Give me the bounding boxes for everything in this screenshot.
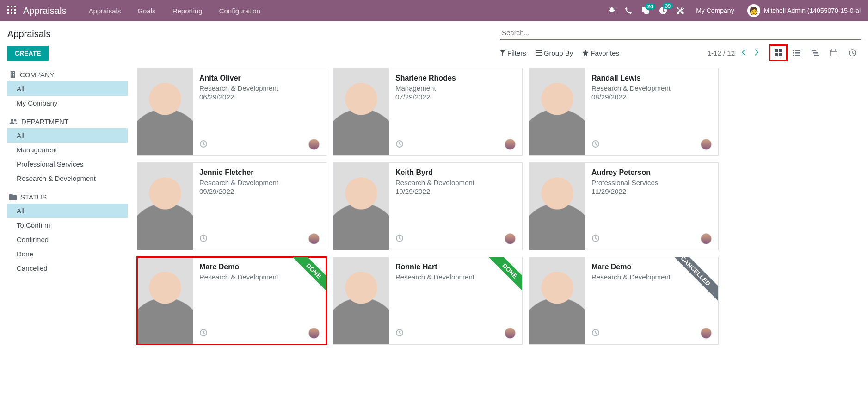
company-selector[interactable]: My Company [696, 7, 734, 14]
appraisal-date: 06/29/2022 [199, 93, 320, 101]
activities-icon[interactable]: 39 [659, 6, 667, 15]
activity-clock-icon[interactable] [395, 234, 404, 244]
appraisal-card[interactable]: Randall LewisResearch & Development08/29… [529, 68, 719, 156]
activity-clock-icon[interactable] [199, 234, 208, 244]
appraisal-card[interactable]: Audrey PetersonProfessional Services11/2… [529, 162, 719, 250]
svg-rect-10 [536, 52, 542, 53]
messages-icon[interactable]: 24 [641, 7, 650, 14]
department-label: Research & Development [395, 273, 516, 281]
svg-rect-18 [793, 52, 794, 54]
kanban-grid: Anita OliverResearch & Development06/29/… [128, 68, 868, 345]
activity-clock-icon[interactable] [591, 329, 600, 338]
activities-badge: 39 [663, 3, 673, 9]
assignee-avatar[interactable] [308, 139, 320, 150]
favorites-button[interactable]: Favorites [582, 49, 619, 57]
appraisal-card[interactable]: Keith ByrdResearch & Development10/29/20… [333, 162, 523, 250]
employee-name: Keith Byrd [395, 168, 516, 177]
sidebar-item-to-confirm[interactable]: To Confirm [7, 218, 128, 232]
svg-rect-19 [795, 52, 800, 54]
employee-photo [333, 68, 389, 155]
menu-configuration[interactable]: Configuration [211, 7, 269, 15]
assignee-avatar[interactable] [308, 328, 320, 339]
appraisal-card[interactable]: DONERonnie HartResearch & Development [333, 257, 523, 345]
appraisal-date: 09/29/2022 [199, 187, 320, 195]
svg-rect-13 [779, 49, 782, 52]
assignee-avatar[interactable] [505, 328, 516, 339]
sidebar-item-my-company[interactable]: My Company [7, 96, 128, 110]
sidebar-item-done[interactable]: Done [7, 247, 128, 261]
activity-clock-icon[interactable] [591, 234, 600, 244]
employee-photo [333, 163, 389, 250]
appraisal-card[interactable]: Sharlene RhodesManagement07/29/2022 [333, 68, 523, 156]
appraisal-card[interactable]: Anita OliverResearch & Development06/29/… [137, 68, 326, 156]
create-button[interactable]: CREATE [7, 46, 49, 61]
svg-rect-4 [11, 9, 12, 11]
tools-icon[interactable] [677, 7, 684, 14]
pager: 1-12 / 12 [708, 47, 761, 59]
control-panel: Appraisals CREATE Filters Group By Favor… [0, 21, 868, 61]
view-gantt-icon[interactable] [807, 45, 824, 60]
user-avatar-icon: 🧑 [747, 4, 760, 17]
svg-rect-20 [793, 55, 794, 56]
activity-clock-icon[interactable] [395, 329, 404, 338]
activity-clock-icon[interactable] [591, 140, 600, 149]
phone-icon[interactable] [625, 7, 632, 14]
breadcrumb-title: Appraisals [7, 29, 434, 39]
svg-rect-25 [830, 50, 837, 56]
assignee-avatar[interactable] [505, 233, 516, 244]
activity-clock-icon[interactable] [199, 329, 208, 338]
svg-rect-17 [795, 50, 800, 51]
search-input[interactable] [500, 26, 861, 40]
view-kanban-icon[interactable] [770, 45, 787, 60]
department-label: Research & Development [199, 273, 320, 281]
appraisal-card[interactable]: CANCELLEDMarc DemoResearch & Development [529, 257, 719, 345]
svg-rect-23 [813, 52, 818, 54]
menu-appraisals[interactable]: Appraisals [80, 7, 129, 15]
appraisal-card[interactable]: DONEMarc DemoResearch & Development [137, 257, 326, 345]
pager-text[interactable]: 1-12 / 12 [708, 49, 735, 57]
pager-next-icon[interactable] [752, 47, 761, 59]
svg-rect-6 [7, 12, 9, 14]
appraisal-date: 10/29/2022 [395, 187, 516, 195]
activity-clock-icon[interactable] [199, 140, 208, 149]
employee-photo [137, 163, 193, 250]
sidebar-item-confirmed[interactable]: Confirmed [7, 232, 128, 247]
assignee-avatar[interactable] [505, 139, 516, 150]
pager-prev-icon[interactable] [739, 47, 748, 59]
employee-photo [137, 257, 193, 344]
svg-rect-5 [14, 9, 16, 11]
sidebar-item-all[interactable]: All [7, 204, 128, 218]
view-activity-icon[interactable] [844, 45, 861, 60]
appraisal-card[interactable]: Jennie FletcherResearch & Development09/… [137, 162, 326, 250]
sidebar-item-all[interactable]: All [7, 81, 128, 96]
activity-clock-icon[interactable] [395, 140, 404, 149]
assignee-avatar[interactable] [701, 328, 712, 339]
sidebar-item-professional-services[interactable]: Professional Services [7, 157, 128, 171]
employee-name: Audrey Peterson [591, 168, 712, 177]
bug-icon[interactable] [608, 7, 616, 14]
apps-icon[interactable] [7, 6, 16, 16]
assignee-avatar[interactable] [701, 139, 712, 150]
filter-sidebar: COMPANYAllMy CompanyDEPARTMENTAllManagem… [7, 68, 128, 345]
department-label: Research & Development [591, 84, 712, 92]
sidebar-item-management[interactable]: Management [7, 143, 128, 157]
view-list-icon[interactable] [788, 45, 805, 60]
svg-rect-15 [779, 53, 782, 56]
menu-goals[interactable]: Goals [129, 7, 164, 15]
assignee-avatar[interactable] [308, 233, 320, 244]
department-label: Professional Services [591, 179, 712, 186]
assignee-avatar[interactable] [701, 233, 712, 244]
department-label: Research & Development [395, 179, 516, 186]
sidebar-item-research-&-development[interactable]: Research & Development [7, 171, 128, 186]
sidebar-item-all[interactable]: All [7, 128, 128, 143]
view-calendar-icon[interactable] [825, 45, 842, 60]
user-menu[interactable]: 🧑 Mitchell Admin (14055070-15-0-al [747, 4, 861, 17]
menu-reporting[interactable]: Reporting [164, 7, 211, 15]
groupby-button[interactable]: Group By [536, 49, 573, 57]
svg-rect-24 [814, 55, 819, 56]
sidebar-item-cancelled[interactable]: Cancelled [7, 261, 128, 275]
app-brand[interactable]: Appraisals [23, 6, 66, 16]
svg-rect-7 [11, 12, 12, 14]
appraisal-date: 07/29/2022 [395, 93, 516, 101]
filters-button[interactable]: Filters [500, 49, 526, 57]
